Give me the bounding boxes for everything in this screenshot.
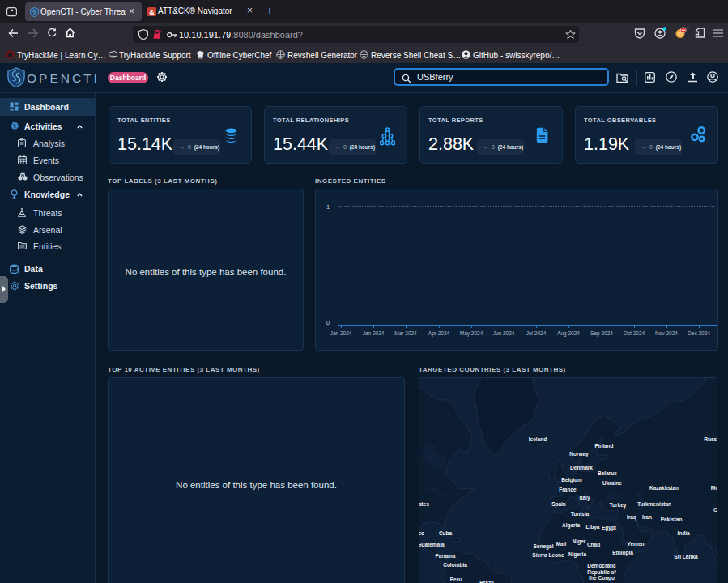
svg-text:&: &	[149, 8, 155, 16]
